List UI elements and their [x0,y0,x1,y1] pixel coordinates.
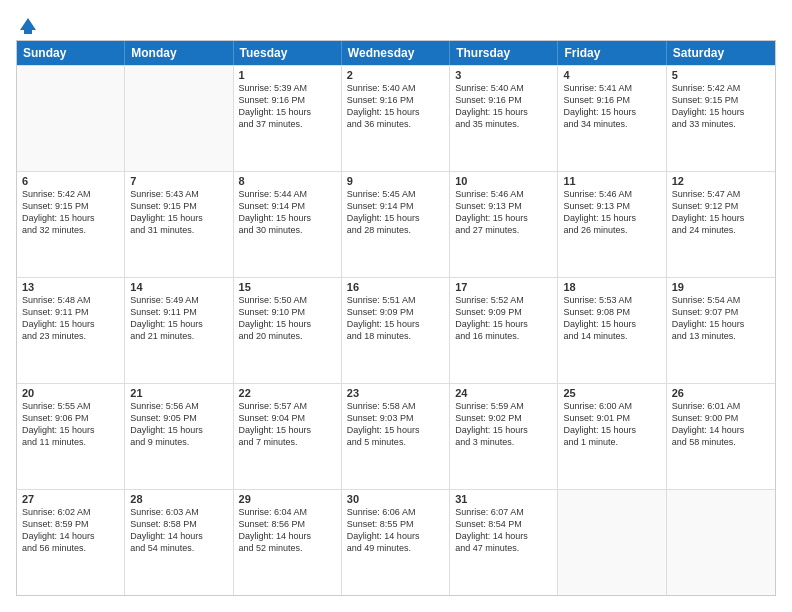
calendar-cell-3: 3Sunrise: 5:40 AM Sunset: 9:16 PM Daylig… [450,66,558,171]
calendar-cell-2: 2Sunrise: 5:40 AM Sunset: 9:16 PM Daylig… [342,66,450,171]
calendar-cell-8: 8Sunrise: 5:44 AM Sunset: 9:14 PM Daylig… [234,172,342,277]
logo [16,16,40,32]
cell-text: Sunrise: 5:42 AM Sunset: 9:15 PM Dayligh… [22,188,119,237]
cell-text: Sunrise: 5:41 AM Sunset: 9:16 PM Dayligh… [563,82,660,131]
calendar-cell-4: 4Sunrise: 5:41 AM Sunset: 9:16 PM Daylig… [558,66,666,171]
day-number: 4 [563,69,660,81]
cell-text: Sunrise: 5:58 AM Sunset: 9:03 PM Dayligh… [347,400,444,449]
cell-text: Sunrise: 5:40 AM Sunset: 9:16 PM Dayligh… [455,82,552,131]
day-number: 25 [563,387,660,399]
day-number: 16 [347,281,444,293]
day-number: 17 [455,281,552,293]
calendar-row-0: 1Sunrise: 5:39 AM Sunset: 9:16 PM Daylig… [17,65,775,171]
cell-text: Sunrise: 6:04 AM Sunset: 8:56 PM Dayligh… [239,506,336,555]
calendar-cell-26: 26Sunrise: 6:01 AM Sunset: 9:00 PM Dayli… [667,384,775,489]
day-number: 10 [455,175,552,187]
day-number: 29 [239,493,336,505]
cell-text: Sunrise: 5:55 AM Sunset: 9:06 PM Dayligh… [22,400,119,449]
calendar-cell-empty [17,66,125,171]
cell-text: Sunrise: 5:57 AM Sunset: 9:04 PM Dayligh… [239,400,336,449]
calendar-row-4: 27Sunrise: 6:02 AM Sunset: 8:59 PM Dayli… [17,489,775,595]
calendar-row-1: 6Sunrise: 5:42 AM Sunset: 9:15 PM Daylig… [17,171,775,277]
calendar-cell-7: 7Sunrise: 5:43 AM Sunset: 9:15 PM Daylig… [125,172,233,277]
day-number: 14 [130,281,227,293]
cell-text: Sunrise: 5:53 AM Sunset: 9:08 PM Dayligh… [563,294,660,343]
day-number: 18 [563,281,660,293]
day-number: 12 [672,175,770,187]
calendar-cell-1: 1Sunrise: 5:39 AM Sunset: 9:16 PM Daylig… [234,66,342,171]
calendar-cell-14: 14Sunrise: 5:49 AM Sunset: 9:11 PM Dayli… [125,278,233,383]
cell-text: Sunrise: 5:54 AM Sunset: 9:07 PM Dayligh… [672,294,770,343]
cell-text: Sunrise: 6:07 AM Sunset: 8:54 PM Dayligh… [455,506,552,555]
day-number: 31 [455,493,552,505]
cell-text: Sunrise: 6:02 AM Sunset: 8:59 PM Dayligh… [22,506,119,555]
cell-text: Sunrise: 5:43 AM Sunset: 9:15 PM Dayligh… [130,188,227,237]
day-number: 13 [22,281,119,293]
day-number: 26 [672,387,770,399]
calendar-header-friday: Friday [558,41,666,65]
calendar-cell-empty [125,66,233,171]
day-number: 27 [22,493,119,505]
calendar-cell-18: 18Sunrise: 5:53 AM Sunset: 9:08 PM Dayli… [558,278,666,383]
calendar-cell-30: 30Sunrise: 6:06 AM Sunset: 8:55 PM Dayli… [342,490,450,595]
svg-marker-0 [20,18,36,30]
cell-text: Sunrise: 5:47 AM Sunset: 9:12 PM Dayligh… [672,188,770,237]
calendar-header-thursday: Thursday [450,41,558,65]
cell-text: Sunrise: 6:00 AM Sunset: 9:01 PM Dayligh… [563,400,660,449]
day-number: 7 [130,175,227,187]
day-number: 20 [22,387,119,399]
calendar-cell-17: 17Sunrise: 5:52 AM Sunset: 9:09 PM Dayli… [450,278,558,383]
day-number: 19 [672,281,770,293]
calendar-cell-5: 5Sunrise: 5:42 AM Sunset: 9:15 PM Daylig… [667,66,775,171]
calendar-cell-10: 10Sunrise: 5:46 AM Sunset: 9:13 PM Dayli… [450,172,558,277]
day-number: 11 [563,175,660,187]
day-number: 22 [239,387,336,399]
cell-text: Sunrise: 5:42 AM Sunset: 9:15 PM Dayligh… [672,82,770,131]
day-number: 5 [672,69,770,81]
cell-text: Sunrise: 5:59 AM Sunset: 9:02 PM Dayligh… [455,400,552,449]
day-number: 24 [455,387,552,399]
calendar: SundayMondayTuesdayWednesdayThursdayFrid… [16,40,776,596]
calendar-header-saturday: Saturday [667,41,775,65]
calendar-row-3: 20Sunrise: 5:55 AM Sunset: 9:06 PM Dayli… [17,383,775,489]
day-number: 8 [239,175,336,187]
cell-text: Sunrise: 5:50 AM Sunset: 9:10 PM Dayligh… [239,294,336,343]
calendar-cell-13: 13Sunrise: 5:48 AM Sunset: 9:11 PM Dayli… [17,278,125,383]
calendar-cell-19: 19Sunrise: 5:54 AM Sunset: 9:07 PM Dayli… [667,278,775,383]
day-number: 23 [347,387,444,399]
cell-text: Sunrise: 5:45 AM Sunset: 9:14 PM Dayligh… [347,188,444,237]
calendar-header-sunday: Sunday [17,41,125,65]
cell-text: Sunrise: 5:44 AM Sunset: 9:14 PM Dayligh… [239,188,336,237]
cell-text: Sunrise: 5:46 AM Sunset: 9:13 PM Dayligh… [563,188,660,237]
calendar-cell-empty [667,490,775,595]
day-number: 30 [347,493,444,505]
calendar-cell-20: 20Sunrise: 5:55 AM Sunset: 9:06 PM Dayli… [17,384,125,489]
cell-text: Sunrise: 5:40 AM Sunset: 9:16 PM Dayligh… [347,82,444,131]
calendar-cell-12: 12Sunrise: 5:47 AM Sunset: 9:12 PM Dayli… [667,172,775,277]
calendar-header-monday: Monday [125,41,233,65]
calendar-cell-28: 28Sunrise: 6:03 AM Sunset: 8:58 PM Dayli… [125,490,233,595]
day-number: 2 [347,69,444,81]
logo-icon [18,16,38,36]
day-number: 6 [22,175,119,187]
calendar-header-row: SundayMondayTuesdayWednesdayThursdayFrid… [17,41,775,65]
cell-text: Sunrise: 5:52 AM Sunset: 9:09 PM Dayligh… [455,294,552,343]
calendar-cell-24: 24Sunrise: 5:59 AM Sunset: 9:02 PM Dayli… [450,384,558,489]
calendar-header-tuesday: Tuesday [234,41,342,65]
calendar-cell-27: 27Sunrise: 6:02 AM Sunset: 8:59 PM Dayli… [17,490,125,595]
calendar-header-wednesday: Wednesday [342,41,450,65]
calendar-cell-22: 22Sunrise: 5:57 AM Sunset: 9:04 PM Dayli… [234,384,342,489]
calendar-cell-21: 21Sunrise: 5:56 AM Sunset: 9:05 PM Dayli… [125,384,233,489]
day-number: 1 [239,69,336,81]
cell-text: Sunrise: 5:49 AM Sunset: 9:11 PM Dayligh… [130,294,227,343]
day-number: 15 [239,281,336,293]
day-number: 21 [130,387,227,399]
day-number: 3 [455,69,552,81]
calendar-cell-16: 16Sunrise: 5:51 AM Sunset: 9:09 PM Dayli… [342,278,450,383]
calendar-cell-empty [558,490,666,595]
cell-text: Sunrise: 5:56 AM Sunset: 9:05 PM Dayligh… [130,400,227,449]
cell-text: Sunrise: 5:51 AM Sunset: 9:09 PM Dayligh… [347,294,444,343]
cell-text: Sunrise: 6:01 AM Sunset: 9:00 PM Dayligh… [672,400,770,449]
calendar-cell-29: 29Sunrise: 6:04 AM Sunset: 8:56 PM Dayli… [234,490,342,595]
calendar-row-2: 13Sunrise: 5:48 AM Sunset: 9:11 PM Dayli… [17,277,775,383]
